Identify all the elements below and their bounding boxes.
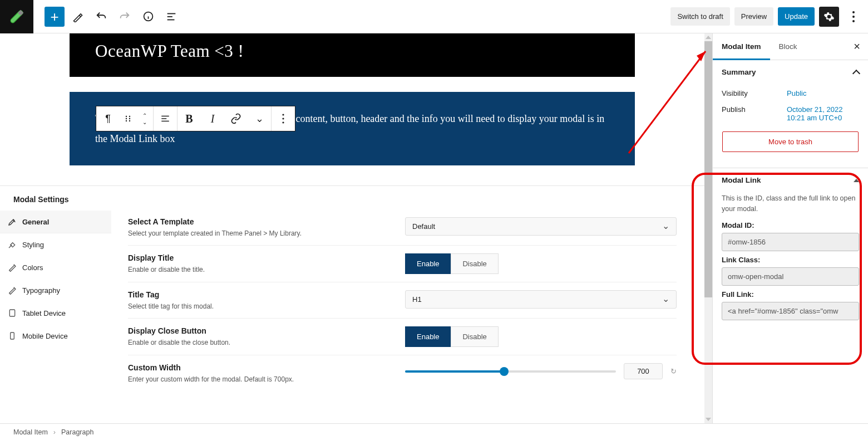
- modal-settings-title: Modal Settings: [0, 186, 82, 208]
- visibility-value[interactable]: Public: [787, 89, 859, 97]
- svg-point-14: [129, 118, 130, 119]
- tab-typography-label: Typography: [22, 286, 60, 295]
- close-button-toggle: EnableDisable: [405, 326, 499, 347]
- disable-button[interactable]: Disable: [451, 326, 498, 347]
- options-button[interactable]: [272, 106, 295, 131]
- triangle-up-icon: [854, 179, 859, 182]
- tab-mobile-label: Mobile Device: [22, 332, 68, 340]
- setting-display-title-label: Display Title: [128, 253, 205, 262]
- preview-button[interactable]: Preview: [734, 7, 773, 26]
- publish-value[interactable]: October 21, 2022 10:21 am UTC+0: [787, 105, 859, 122]
- close-sidebar-button[interactable]: ×: [846, 40, 868, 53]
- title-tag-select[interactable]: H1: [405, 290, 677, 309]
- full-link-label: Full Link:: [722, 290, 859, 299]
- switch-draft-button[interactable]: Switch to draft: [670, 7, 729, 26]
- setting-custom-width-desc: Enter your custom width for the modal. D…: [128, 375, 294, 383]
- svg-point-20: [282, 114, 284, 115]
- setting-title-tag: Title TagSelect title tag for this modal…: [128, 282, 677, 319]
- tab-styling[interactable]: Styling: [0, 233, 111, 256]
- bold-button[interactable]: B: [177, 106, 201, 131]
- summary-title: Summary: [722, 68, 756, 76]
- tools-button[interactable]: [68, 7, 88, 27]
- setting-custom-width-label: Custom Width: [128, 363, 294, 372]
- tab-block[interactable]: Block: [770, 33, 806, 60]
- setting-close-button-label: Display Close Button: [128, 326, 230, 335]
- undo-button[interactable]: [91, 7, 111, 27]
- redo-button[interactable]: [115, 7, 135, 27]
- template-select[interactable]: Default: [405, 217, 677, 236]
- settings-gear-button[interactable]: [819, 7, 839, 27]
- summary-panel: Summary VisibilityPublic PublishOctober …: [713, 60, 868, 168]
- scroll-up-icon[interactable]: [706, 36, 711, 39]
- setting-title-tag-label: Title Tag: [128, 290, 214, 299]
- setting-display-title: Display TitleEnable or disable the title…: [128, 246, 677, 282]
- drag-handle-icon[interactable]: [120, 106, 136, 131]
- link-class-input[interactable]: [722, 267, 859, 286]
- more-rich-text-button[interactable]: ⌄: [248, 106, 271, 131]
- tab-colors-label: Colors: [22, 263, 43, 272]
- tab-colors[interactable]: Colors: [0, 256, 111, 279]
- width-input[interactable]: 700: [624, 363, 663, 379]
- modal-link-title: Modal Link: [722, 176, 761, 184]
- italic-button[interactable]: I: [201, 106, 224, 131]
- tab-mobile[interactable]: Mobile Device: [0, 325, 111, 348]
- settings-sidebar: Modal Item Block × Summary VisibilityPub…: [712, 33, 868, 423]
- tab-tablet[interactable]: Tablet Device: [0, 302, 111, 325]
- tab-modal-item[interactable]: Modal Item: [713, 33, 770, 60]
- full-link-input[interactable]: [722, 302, 859, 320]
- setting-template: Select A TemplateSelect your template cr…: [128, 209, 677, 246]
- svg-point-11: [126, 116, 127, 117]
- setting-template-desc: Select your template created in Theme Pa…: [128, 229, 302, 237]
- modal-id-input[interactable]: [722, 233, 859, 251]
- visibility-label: Visibility: [722, 89, 748, 97]
- width-slider[interactable]: [405, 370, 616, 373]
- page-heading[interactable]: OceanWP Team <3 !: [95, 41, 613, 61]
- svg-point-13: [126, 118, 127, 119]
- modal-link-desc: This is the ID, class and the full link …: [722, 193, 859, 214]
- header-block[interactable]: OceanWP Team <3 !: [70, 33, 635, 77]
- link-class-label: Link Class:: [722, 256, 859, 264]
- tab-general-label: General: [22, 218, 49, 226]
- link-button[interactable]: [224, 106, 248, 131]
- paragraph-icon[interactable]: ¶: [96, 106, 120, 131]
- tab-styling-label: Styling: [22, 241, 44, 249]
- publish-label: Publish: [722, 105, 746, 122]
- site-logo[interactable]: [0, 0, 33, 33]
- move-arrows-icon[interactable]: ⌃⌄: [136, 106, 153, 131]
- align-button[interactable]: [154, 106, 177, 131]
- svg-point-22: [282, 121, 284, 123]
- disable-button[interactable]: Disable: [451, 253, 498, 274]
- svg-point-10: [852, 20, 855, 22]
- modal-settings-panel: Modal Settings General Styling Colors Ty…: [0, 185, 704, 397]
- tab-typography[interactable]: Typography: [0, 279, 111, 302]
- display-title-toggle: EnableDisable: [405, 253, 499, 274]
- info-button[interactable]: [138, 7, 158, 27]
- svg-rect-23: [9, 310, 14, 316]
- svg-point-21: [282, 118, 284, 119]
- svg-point-9: [852, 16, 855, 18]
- modal-link-header[interactable]: Modal Link: [713, 168, 868, 192]
- setting-title-tag-desc: Select title tag for this modal.: [128, 302, 214, 310]
- breadcrumb-current[interactable]: Paragraph: [61, 428, 93, 436]
- breadcrumb-root[interactable]: Modal Item: [13, 428, 48, 436]
- svg-point-12: [129, 116, 130, 117]
- outline-button[interactable]: [161, 7, 181, 27]
- svg-point-8: [852, 11, 855, 13]
- setting-close-button: Display Close ButtonEnable or disable th…: [128, 319, 677, 355]
- reset-icon[interactable]: ↻: [670, 367, 677, 375]
- enable-button[interactable]: Enable: [405, 253, 451, 274]
- enable-button[interactable]: Enable: [405, 326, 451, 347]
- tab-general[interactable]: General: [0, 211, 111, 233]
- scroll-down-icon[interactable]: [706, 418, 711, 421]
- more-menu-button[interactable]: [844, 7, 864, 27]
- editor-canvas: OceanWP Team <3 ! ¶ ⌃⌄ B I: [0, 33, 712, 423]
- summary-header[interactable]: Summary: [713, 60, 868, 84]
- chevron-up-icon: [852, 69, 860, 77]
- add-block-button[interactable]: +: [45, 7, 65, 27]
- move-to-trash-button[interactable]: Move to trash: [722, 131, 859, 152]
- update-button[interactable]: Update: [778, 7, 815, 26]
- setting-display-title-desc: Enable or disable the title.: [128, 266, 205, 273]
- modal-id-label: Modal ID:: [722, 221, 859, 229]
- editor-scrollbar[interactable]: [704, 33, 712, 423]
- setting-custom-width: Custom WidthEnter your custom width for …: [128, 355, 677, 391]
